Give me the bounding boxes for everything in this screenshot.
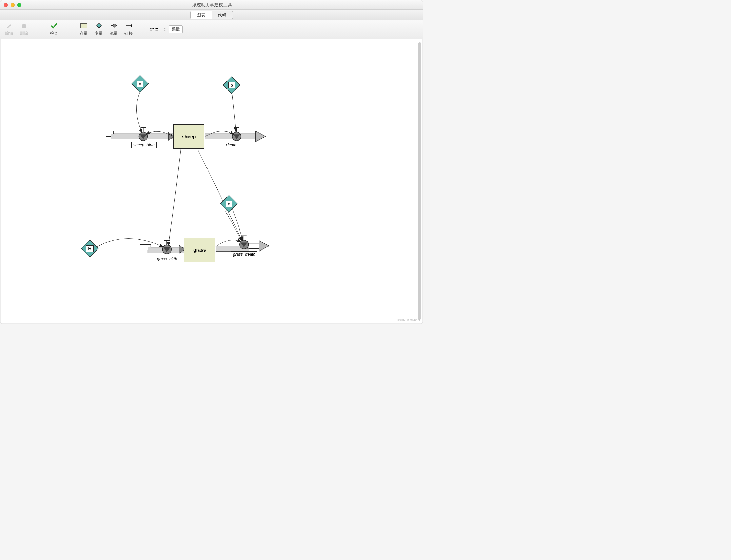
tab-code[interactable]: 代码 — [212, 11, 233, 19]
flow-label-grass-death[interactable]: grass_death — [231, 251, 257, 257]
toolbar: 编辑 删除 检查 存量 变量 — [0, 20, 423, 39]
delete-button[interactable]: 删除 — [20, 22, 28, 36]
watermark: CSDN @mlxboot — [397, 318, 420, 322]
link-icon — [125, 22, 132, 29]
dt-value: dt = 1.0 — [150, 26, 166, 32]
variable-icon — [95, 22, 102, 29]
trash-icon — [21, 22, 27, 29]
flow-label-grass-birth[interactable]: grass_birth — [155, 256, 179, 262]
edit-button[interactable]: 编辑 — [5, 22, 13, 36]
svg-rect-2 — [81, 23, 87, 28]
svg-rect-1 — [22, 24, 26, 24]
minimize-icon[interactable] — [11, 3, 15, 7]
stock-grass[interactable]: grass — [184, 238, 215, 262]
flow-valve-sheep-birth[interactable] — [139, 127, 148, 141]
link-a-to-sheepbirth[interactable] — [136, 91, 142, 133]
link-sheep-to-grassdeath[interactable] — [197, 147, 242, 240]
flow-icon — [110, 22, 117, 29]
svg-point-5 — [113, 24, 116, 27]
close-icon[interactable] — [4, 3, 8, 7]
flow-valve-grass-death[interactable] — [240, 236, 249, 249]
window-controls — [4, 3, 21, 7]
check-button[interactable]: 检查 — [50, 22, 58, 36]
variable-a[interactable]: a — [133, 76, 147, 91]
flow-valve-death[interactable] — [232, 127, 241, 141]
tab-diagram[interactable]: 图表 — [191, 11, 212, 19]
link-b-to-death[interactable] — [232, 93, 236, 132]
link-c-to-grassdeath-2[interactable] — [225, 211, 241, 241]
flow-valve-grass-birth[interactable] — [162, 241, 171, 254]
canvas[interactable]: a b c R sheep grass sheep_birth death gr… — [1, 39, 422, 323]
variable-R[interactable]: R — [82, 241, 97, 256]
variable-c[interactable]: c — [221, 196, 236, 211]
stock-icon — [80, 22, 87, 29]
link-R-to-grassbirth[interactable] — [97, 239, 163, 247]
link-grass-to-grassdeath[interactable] — [216, 240, 241, 247]
variable-button[interactable]: 变量 — [95, 22, 103, 36]
dt-display: dt = 1.0 编辑 — [150, 25, 183, 33]
flow-label-death[interactable]: death — [224, 142, 238, 148]
svg-rect-3 — [97, 23, 101, 28]
stock-sheep[interactable]: sheep — [173, 124, 204, 149]
diagram-svg — [1, 39, 422, 323]
link-sheep-to-grassbirth[interactable] — [168, 147, 181, 245]
svg-rect-0 — [22, 24, 26, 28]
flow-button[interactable]: 流量 — [110, 22, 118, 36]
pencil-icon — [6, 22, 13, 29]
flow-label-sheep-birth[interactable]: sheep_birth — [131, 142, 157, 148]
maximize-icon[interactable] — [17, 3, 21, 7]
stock-button[interactable]: 存量 — [80, 22, 88, 36]
dt-edit-button[interactable]: 编辑 — [169, 25, 183, 33]
link-button[interactable]: 链接 — [124, 22, 133, 36]
scrollbar-vertical[interactable] — [418, 42, 421, 320]
titlebar: 系统动力学建模工具 — [0, 0, 423, 10]
window-title: 系统动力学建模工具 — [21, 2, 402, 8]
variable-b[interactable]: b — [224, 78, 239, 93]
link-c-to-grassdeath[interactable] — [233, 209, 243, 240]
app-window: 系统动力学建模工具 图表 代码 编辑 删除 检查 — [0, 0, 423, 324]
tab-bar: 图表 代码 — [0, 10, 423, 20]
check-icon — [51, 22, 57, 29]
svg-rect-8 — [205, 134, 256, 139]
